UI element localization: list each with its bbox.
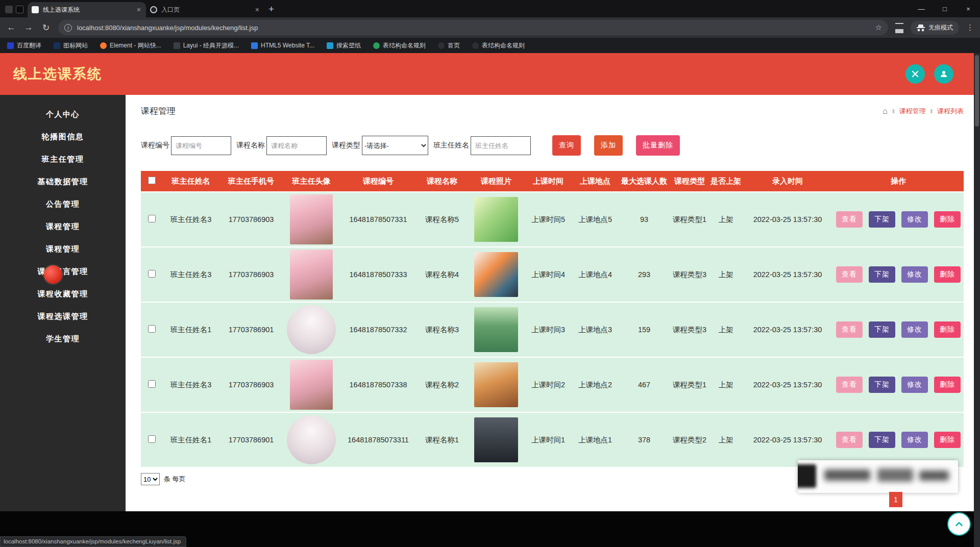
bookmark-item[interactable]: 表结构命名规则 [472, 41, 525, 50]
sidebar-item[interactable]: 课程管理 [0, 215, 126, 238]
sidebar-item[interactable]: 课程留言管理 [0, 260, 126, 283]
delete-button[interactable]: 删除 [934, 432, 961, 448]
sidebar-item[interactable]: 学生管理 [0, 328, 126, 350]
sidebar-item[interactable]: 课程管理 [0, 238, 126, 260]
bookmark-item[interactable]: HTML5 Website T... [251, 42, 314, 49]
site-info-icon[interactable]: i [64, 24, 72, 32]
filter-input[interactable] [171, 136, 231, 155]
refresh-icon[interactable]: ↻ [41, 22, 51, 33]
view-button[interactable]: 查看 [836, 432, 863, 448]
sidebar-item[interactable]: 课程收藏管理 [0, 283, 126, 305]
header-user-button[interactable] [934, 64, 953, 84]
edit-button[interactable]: 修改 [901, 432, 928, 448]
bookmark-item[interactable]: 搜索壁纸 [327, 41, 361, 50]
off-shelf-button[interactable]: 下架 [869, 377, 895, 393]
edit-button[interactable]: 修改 [901, 211, 928, 228]
batch-delete-button[interactable]: 批量删除 [636, 135, 680, 156]
row-checkbox[interactable] [148, 325, 156, 333]
scrollbar-thumb[interactable] [975, 55, 979, 127]
cell-class-time: 上课时间5 [525, 215, 572, 225]
browser-tab[interactable]: 线上选课系统× [28, 2, 146, 17]
bookmark-item[interactable]: 表结构命名规则 [373, 41, 426, 50]
row-checkbox[interactable] [148, 380, 156, 388]
sidebar-item[interactable]: 课程选课管理 [0, 305, 126, 328]
row-checkbox[interactable] [148, 435, 156, 443]
breadcrumb-link-list[interactable]: 课程列表 [937, 107, 964, 116]
view-button[interactable]: 查看 [836, 266, 863, 283]
bookmark-item[interactable]: 首页 [438, 41, 460, 50]
close-window-button[interactable]: × [957, 0, 980, 17]
view-button[interactable]: 查看 [836, 211, 863, 228]
back-icon[interactable]: ← [6, 22, 16, 33]
home-icon[interactable]: ⌂ [883, 107, 888, 116]
select-all-checkbox[interactable] [148, 177, 156, 184]
bookmark-label: 首页 [448, 41, 460, 50]
delete-button[interactable]: 删除 [934, 266, 961, 283]
cell-teacher-name: 班主任姓名3 [162, 215, 219, 225]
bookmarks-bar: 百度翻译图标网站Element - 网站快...Layui - 经典开源模...… [0, 38, 980, 53]
sidebar-item[interactable]: 班主任管理 [0, 148, 126, 170]
edit-button[interactable]: 修改 [901, 321, 928, 338]
query-button[interactable]: 查询 [552, 135, 581, 156]
view-button[interactable]: 查看 [836, 321, 863, 338]
cell-entry-time: 2022-03-25 13:57:30 [742, 270, 833, 279]
url-text[interactable]: localhost:8080/xianshangxuanke/jsp/modul… [77, 24, 870, 32]
row-checkbox[interactable] [148, 215, 156, 222]
view-button[interactable]: 查看 [836, 377, 863, 393]
row-checkbox[interactable] [148, 270, 156, 278]
header-close-button[interactable] [905, 64, 925, 84]
edit-button[interactable]: 修改 [901, 266, 928, 283]
bookmark-favicon-icon [54, 42, 60, 49]
add-button[interactable]: 添加 [594, 135, 623, 156]
browser-menu-icon[interactable] [5, 6, 13, 13]
delete-button[interactable]: 删除 [934, 211, 961, 228]
off-shelf-button[interactable]: 下架 [869, 321, 895, 338]
bookmark-item[interactable]: 图标网站 [54, 41, 88, 50]
maximize-button[interactable]: □ [933, 0, 957, 17]
browser-tab[interactable]: 入口页× [146, 2, 264, 17]
bookmark-star-icon[interactable]: ☆ [875, 23, 882, 32]
cell-teacher-avatar [283, 360, 340, 410]
course-photo-image [474, 252, 518, 297]
cell-teacher-name: 班主任姓名3 [162, 380, 219, 390]
browser-more-icon[interactable]: ⋮ [966, 23, 974, 32]
sidebar-item[interactable]: 基础数据管理 [0, 170, 126, 193]
delete-button[interactable]: 删除 [934, 377, 961, 393]
cell-max-students: 93 [619, 215, 670, 223]
forward-icon[interactable]: → [23, 22, 34, 33]
cell-course-photo [468, 307, 525, 352]
filter-label: 课程编号 [141, 141, 169, 150]
back-to-top-button[interactable] [947, 512, 971, 536]
bookmark-label: Layui - 经典开源模... [183, 41, 239, 50]
cell-teacher-avatar [283, 305, 340, 354]
new-tab-button[interactable]: + [268, 4, 274, 15]
edit-button[interactable]: 修改 [901, 377, 928, 393]
off-shelf-button[interactable]: 下架 [869, 211, 895, 228]
bookmark-item[interactable]: Layui - 经典开源模... [174, 41, 239, 50]
cell-class-place: 上课地点3 [572, 325, 619, 335]
filter-input[interactable] [471, 136, 531, 155]
page-number-badge[interactable]: 1 [889, 492, 902, 507]
delete-button[interactable]: 删除 [934, 321, 961, 338]
tab-close-icon[interactable]: × [136, 6, 142, 14]
course-type-select[interactable]: -请选择- [362, 136, 428, 155]
filter-input[interactable] [266, 136, 327, 155]
off-shelf-button[interactable]: 下架 [869, 266, 895, 283]
bookmark-item[interactable]: Element - 网站快... [100, 41, 161, 50]
sidebar-item[interactable]: 轮播图信息 [0, 126, 126, 148]
address-bar[interactable]: i localhost:8080/xianshangxuanke/jsp/mod… [58, 20, 888, 35]
cell-course-code: 16481878507331 [340, 215, 416, 223]
cell-teacher-name: 班主任姓名1 [162, 325, 219, 335]
breadcrumb-link-module[interactable]: 课程管理 [899, 107, 925, 116]
sidebar-item[interactable]: 个人中心 [0, 103, 126, 126]
sidebar-item[interactable]: 公告管理 [0, 193, 126, 215]
side-panel-icon[interactable] [895, 23, 903, 29]
teacher-avatar-image [290, 194, 333, 244]
bookmark-item[interactable]: 百度翻译 [7, 41, 41, 50]
minimize-button[interactable]: — [910, 0, 933, 17]
off-shelf-button[interactable]: 下架 [869, 432, 895, 448]
workspace-icon[interactable] [16, 6, 23, 13]
page-size-select[interactable]: 10 [141, 473, 160, 485]
tab-close-icon[interactable]: × [254, 6, 260, 14]
cell-class-place: 上课地点1 [572, 435, 619, 445]
